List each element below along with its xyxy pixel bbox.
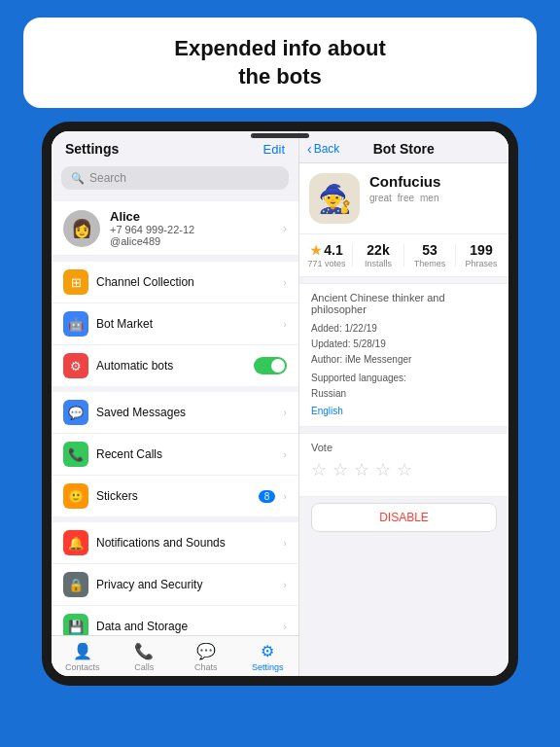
bot-author: Author: iMe Messenger [311, 352, 497, 368]
lang-english: English [311, 406, 343, 416]
profile-name: Alice [110, 209, 283, 224]
stat-themes-label: Themes [408, 259, 451, 268]
header-title: Expended info about the bots [47, 35, 513, 90]
bot-market-icon: 🤖 [63, 311, 88, 337]
privacy-label: Privacy and Security [96, 578, 275, 591]
bot-info: Confucius great free men [369, 173, 499, 203]
bot-store-header: ‹ Back Bot Store [299, 131, 508, 163]
contacts-tab-label: Contacts [65, 662, 100, 672]
bot-store-panel: ‹ Back Bot Store 🧙 Confucius great free … [299, 131, 508, 676]
notifications-label: Notifications and Sounds [96, 536, 275, 550]
tab-calls[interactable]: 📞 Calls [114, 642, 176, 672]
tab-settings[interactable]: ⚙ Settings [237, 642, 299, 672]
settings-title: Settings [65, 141, 119, 157]
settings-tab-label: Settings [252, 662, 284, 672]
stickers-icon: 🙂 [63, 483, 88, 509]
stat-divider-2 [403, 244, 404, 267]
stars-row[interactable]: ☆ ☆ ☆ ☆ ☆ [311, 459, 497, 480]
settings-item-privacy[interactable]: 🔒 Privacy and Security › [52, 564, 298, 606]
settings-item-channel-collection[interactable]: ⊞ Channel Collection › [52, 262, 298, 303]
disable-button[interactable]: DISABLE [311, 503, 497, 532]
bot-market-chevron: › [283, 318, 287, 330]
settings-item-recent-calls[interactable]: 📞 Recent Calls › [52, 434, 298, 476]
contacts-tab-icon: 👤 [73, 642, 92, 660]
bot-tag-1: great [369, 193, 392, 203]
stat-rating: ★ 4.1 771 votes [305, 242, 348, 268]
settings-scroll-area: 👩 Alice +7 964 999-22-12 @alice489 › ⊞ C… [52, 196, 298, 635]
data-icon: 💾 [63, 614, 88, 635]
bot-meta: Added: 1/22/19 Updated: 5/28/19 Author: … [311, 321, 497, 368]
stickers-chevron: › [283, 490, 287, 502]
vote-section: Vote ☆ ☆ ☆ ☆ ☆ [299, 433, 508, 497]
settings-item-auto-bots[interactable]: ⚙ Automatic bots [52, 345, 298, 386]
stat-divider-3 [455, 244, 456, 267]
stickers-label: Stickers [96, 489, 251, 503]
settings-section-1: ⊞ Channel Collection › 🤖 Bot Market › ⚙ … [52, 262, 298, 386]
tab-contacts[interactable]: 👤 Contacts [52, 642, 114, 672]
header-banner: Expended info about the bots [23, 18, 537, 108]
chats-tab-icon: 💬 [196, 642, 216, 660]
saved-messages-label: Saved Messages [96, 406, 275, 419]
calls-tab-label: Calls [134, 662, 154, 672]
stat-installs-value: 22k [357, 242, 400, 258]
profile-username: @alice489 [110, 235, 283, 247]
tab-chats[interactable]: 💬 Chats [175, 642, 237, 672]
settings-header: Settings Edit [52, 131, 298, 162]
search-bar[interactable]: 🔍 Search [61, 166, 289, 190]
channel-collection-icon: ⊞ [63, 269, 88, 295]
saved-messages-icon: 💬 [63, 400, 88, 425]
stat-phrases-value: 199 [460, 242, 503, 258]
settings-item-bot-market[interactable]: 🤖 Bot Market › [52, 303, 298, 345]
bot-card-header: 🧙 Confucius great free men [299, 163, 508, 234]
star-1[interactable]: ☆ [311, 459, 327, 480]
stickers-badge: 8 [259, 490, 276, 503]
data-label: Data and Storage [96, 620, 275, 633]
back-chevron-icon: ‹ [307, 141, 312, 157]
data-chevron: › [283, 621, 287, 632]
profile-info: Alice +7 964 999-22-12 @alice489 [110, 209, 283, 247]
settings-item-stickers[interactable]: 🙂 Stickers 8 › [52, 476, 298, 516]
star-2[interactable]: ☆ [332, 459, 348, 480]
settings-item-notifications[interactable]: 🔔 Notifications and Sounds › [52, 522, 298, 564]
bot-avatar: 🧙 [309, 173, 360, 224]
bot-desc-text: Ancient Chinese thinker and philosopher [311, 292, 497, 315]
channel-collection-chevron: › [283, 276, 287, 288]
back-label: Back [314, 142, 340, 156]
settings-item-saved-messages[interactable]: 💬 Saved Messages › [52, 392, 298, 434]
settings-panel: Settings Edit 🔍 Search 👩 Alice +7 964 99… [52, 131, 299, 676]
calls-tab-icon: 📞 [134, 642, 154, 660]
device-frame: Settings Edit 🔍 Search 👩 Alice +7 964 99… [42, 122, 518, 686]
bot-added: Added: 1/22/19 [311, 321, 497, 337]
profile-chevron: › [283, 222, 287, 235]
bot-tag-2: free [398, 193, 414, 203]
settings-edit-button[interactable]: Edit [263, 142, 285, 157]
channel-collection-label: Channel Collection [96, 275, 275, 289]
vote-label: Vote [311, 442, 497, 453]
saved-messages-chevron: › [283, 407, 287, 418]
search-placeholder: Search [89, 171, 126, 185]
profile-phone: +7 964 999-22-12 [110, 224, 283, 235]
bot-description: Ancient Chinese thinker and philosopher … [299, 283, 508, 427]
settings-item-data[interactable]: 💾 Data and Storage › [52, 606, 298, 635]
stat-installs: 22k Installs [357, 242, 400, 268]
bot-name: Confucius [369, 173, 499, 190]
stat-installs-label: Installs [357, 259, 400, 268]
star-5[interactable]: ☆ [397, 459, 412, 480]
stat-themes-value: 53 [408, 242, 451, 258]
recent-calls-chevron: › [283, 448, 287, 460]
auto-bots-toggle[interactable] [254, 357, 287, 374]
bot-store-title: Bot Store [339, 141, 468, 157]
privacy-icon: 🔒 [63, 572, 88, 597]
settings-section-3: 🔔 Notifications and Sounds › 🔒 Privacy a… [52, 522, 298, 635]
back-button[interactable]: ‹ Back [307, 141, 339, 157]
privacy-chevron: › [283, 579, 287, 590]
star-4[interactable]: ☆ [375, 459, 391, 480]
star-3[interactable]: ☆ [354, 459, 369, 480]
recent-calls-icon: 📞 [63, 442, 88, 467]
stat-divider-1 [352, 244, 353, 267]
supported-languages-label: Supported languages: [311, 373, 497, 383]
lang-russian: Russian [311, 388, 346, 399]
bot-market-label: Bot Market [96, 317, 275, 331]
star-filled-icon: ★ [310, 243, 322, 258]
profile-row[interactable]: 👩 Alice +7 964 999-22-12 @alice489 › [52, 201, 298, 256]
